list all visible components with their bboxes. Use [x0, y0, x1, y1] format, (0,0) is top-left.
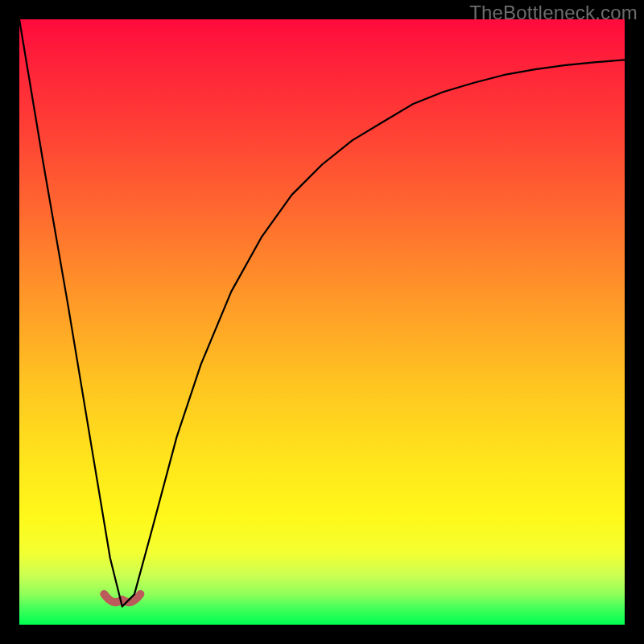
bottleneck-curve — [19, 19, 625, 625]
plot-area — [19, 19, 625, 625]
watermark-text: TheBottleneck.com — [469, 2, 638, 24]
chart-frame: TheBottleneck.com — [0, 0, 644, 644]
bottleneck-curve-path — [19, 19, 625, 606]
